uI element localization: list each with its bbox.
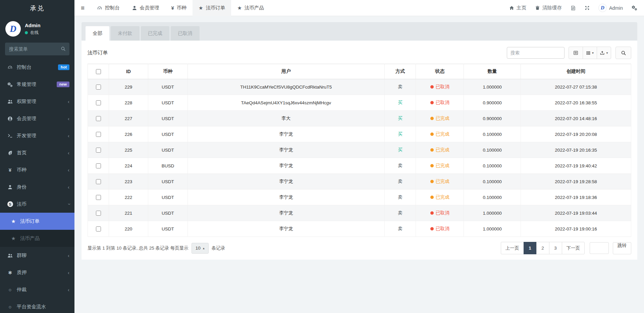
circle-o-icon: ○ [9,287,12,293]
row-checkbox-227[interactable] [96,116,101,121]
gauge-icon [97,5,102,11]
created-at-cell: 2022-07-20 14:48:16 [521,111,631,126]
sidebar-item-10[interactable]: ★ 法币产品 [0,230,74,247]
sidebar-item-label: 首页 [17,150,68,156]
status-cell: 已取消 [416,95,464,111]
page-button-2[interactable]: 2 [536,242,549,254]
user-cell: 李宁龙 [188,205,384,221]
jump-page-input[interactable] [590,242,609,254]
navbar-tab-1[interactable]: 会员管理 [126,0,165,16]
user-cell: 李宁龙 [188,190,384,205]
sidebar-item-12[interactable]: ✱ 质押 ‹ [0,264,74,281]
status-dot-icon [430,227,434,230]
table-row-226: 226USDT李宁龙买已完成0.1000002022-07-19 20:20:0… [88,126,631,142]
created-at-cell: 2022-07-19 19:03:44 [521,205,631,221]
admin-account-menu[interactable]: D Admin [598,4,623,12]
table-row-225: 225USDT李宁龙买已完成0.1000002022-07-19 20:16:3… [88,142,631,158]
sidebar-item-label: 会员管理 [17,115,68,122]
detail-view-button[interactable] [569,47,583,59]
filter-tab-1[interactable]: 未付款 [111,26,140,41]
jump-button[interactable]: 跳转 [613,242,631,254]
status-cell: 已取消 [416,221,464,237]
sidebar-item-8[interactable]: S 法币 ‹ [0,196,74,213]
chevron-left-icon: ‹ [68,167,69,172]
sidebar-item-11[interactable]: 群聊 ‹ [0,247,74,264]
navbar-tab-label: 会员管理 [140,5,159,11]
navbar-tab-label: 币种 [177,5,186,11]
sidebar-item-6[interactable]: ¥ 币种 ‹ [0,161,74,178]
sidebar-item-14[interactable]: ○ 平台资金流水 [0,298,74,313]
row-checkbox-223[interactable] [96,179,101,184]
sidebar-item-0[interactable]: 控制台 hot [0,59,74,76]
next-page-button[interactable]: 下一页 [562,242,585,254]
s-badge-icon: S [7,201,13,207]
side-cell: 买 [384,126,416,142]
table-search-input[interactable] [507,47,565,59]
brand-title: 承兑 [0,0,74,17]
sidebar-search-input[interactable] [5,43,69,55]
chevron-left-icon: ‹ [68,116,69,121]
page-button-3[interactable]: 3 [549,242,562,254]
table-row-221: 221USDT李宁龙卖已取消1.0000002022-07-19 19:03:4… [88,205,631,221]
sidebar-item-13[interactable]: ○ 仲裁 ‹ [0,281,74,298]
search-button[interactable] [615,47,631,59]
status-cell: 已取消 [416,205,464,221]
home-button[interactable]: 主页 [509,5,526,11]
prev-page-button[interactable]: 上一页 [501,242,524,254]
status-dot-icon [430,164,434,167]
column-header-6: 创建时间 [521,64,631,79]
amount-cell: 0.900000 [464,95,521,111]
navbar-tab-0[interactable]: 控制台 [91,0,126,16]
page-button-1[interactable]: 1 [524,242,537,254]
hamburger-menu-icon[interactable]: ≡ [74,4,91,12]
filter-tab-3[interactable]: 已取消 [171,26,200,41]
page-size-dropdown[interactable]: 10 ▴ [192,243,209,254]
order-id-cell: 229 [109,79,148,95]
export-dropdown-button[interactable]: ▾ [597,47,611,59]
row-checkbox-226[interactable] [96,132,101,137]
circle-o-icon: ○ [9,304,12,310]
side-cell: 买 [384,111,416,126]
status-dot-icon [430,180,434,183]
status-dot-icon [430,85,434,89]
clear-cache-button[interactable]: 清除缓存 [535,5,562,11]
user-cell: TH11K9CcaMYeCfSVU8gQDCFcdRktaNruT5 [188,79,384,95]
side-cell: 卖 [384,174,416,190]
star-icon: ★ [11,236,15,242]
language-file-button[interactable] [571,5,576,11]
row-checkbox-221[interactable] [96,211,101,216]
row-checkbox-225[interactable] [96,148,101,153]
row-checkbox-228[interactable] [96,100,101,105]
status-cell: 已完成 [416,190,464,205]
fullscreen-button[interactable] [585,5,590,10]
sidebar-item-9[interactable]: ★ 法币订单 [0,213,74,230]
side-cell: 卖 [384,190,416,205]
navbar-tab-3[interactable]: ★ 法币订单 [193,0,231,16]
orders-panel: 法币订单 ▾ ▾ [82,41,637,260]
row-checkbox-220[interactable] [96,226,101,231]
sidebar-item-3[interactable]: 会员管理 ‹ [0,110,74,127]
select-all-checkbox[interactable] [96,69,101,74]
side-cell: 买 [384,142,416,158]
filter-tab-2[interactable]: 已完成 [141,26,170,41]
status-dot-icon [430,196,434,199]
navbar-right: 主页 清除缓存 D Admin [500,4,644,12]
top-navbar: ≡ 控制台 会员管理 ¥ 币种 ★ 法币订单 ★ 法币产品 主页 清除缓存 D [74,0,644,16]
sidebar-item-5[interactable]: 首页 ‹ [0,144,74,161]
sidebar-item-label: 平台资金流水 [17,304,69,310]
columns-dropdown-button[interactable]: ▾ [583,47,597,59]
navbar-tab-4[interactable]: ★ 法币产品 [231,0,270,16]
row-checkbox-224[interactable] [96,163,101,168]
pagination-info-suffix: 条记录 [212,245,225,251]
row-checkbox-222[interactable] [96,195,101,200]
sidebar-item-1[interactable]: 常规管理 new [0,76,74,93]
sidebar-item-4[interactable]: 开发管理 ‹ [0,127,74,144]
sidebar-item-2[interactable]: 权限管理 ‹ [0,93,74,110]
navbar-tab-2[interactable]: ¥ 币种 [165,0,193,16]
expand-icon [585,5,590,10]
settings-button[interactable] [632,5,637,11]
sidebar-search [5,43,69,55]
filter-tab-0[interactable]: 全部 [86,26,109,41]
sidebar-item-7[interactable]: 身份 ‹ [0,178,74,196]
row-checkbox-229[interactable] [96,85,101,90]
